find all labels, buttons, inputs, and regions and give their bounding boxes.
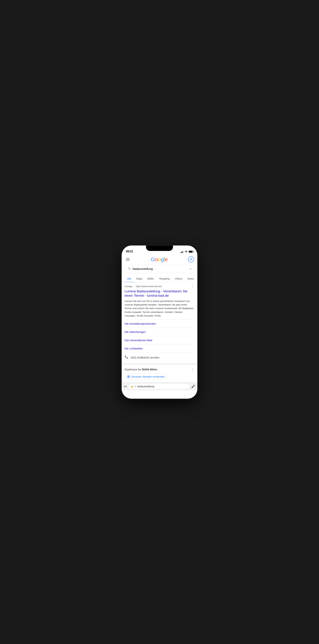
location-text: Ergebnisse bei 58456 Witten: [125, 368, 157, 371]
location-prefix: Ergebnisse bei: [125, 368, 141, 371]
result-snippet: Lassen Sie sich vor Ort in einem persönl…: [125, 300, 194, 318]
font-size-button[interactable]: AA: [124, 385, 127, 388]
location-dot-icon: [127, 376, 130, 378]
google-logo: Google: [151, 256, 168, 262]
dot-separator: ·: [134, 285, 134, 288]
result-title[interactable]: Lumina Badausstellung - Vereinbaren Sie …: [125, 289, 194, 298]
tab-alle[interactable]: Alle: [125, 276, 134, 282]
account-button[interactable]: [188, 256, 194, 262]
address-bar: AA 🔒 badausstellung 🎤: [122, 382, 197, 390]
phone-icon: [125, 355, 128, 360]
wifi-icon: [185, 250, 188, 253]
lock-icon: 🔒: [131, 385, 133, 388]
menu-button[interactable]: [125, 257, 131, 262]
sub-link-generationen[interactable]: Das Generationen-Bad: [125, 336, 194, 344]
phone-frame: 09:21: [122, 246, 197, 399]
search-clear-button[interactable]: ×: [189, 267, 191, 271]
content-area[interactable]: Google badausstellung: [122, 254, 197, 399]
ad-badge: Anzeige: [125, 285, 132, 288]
phone-number: 0231 61864162 anrufen: [131, 356, 159, 359]
url-bar[interactable]: 🔒 badausstellung: [129, 384, 189, 389]
search-icon-small: [134, 385, 136, 388]
microphone-button[interactable]: 🎤: [191, 384, 195, 388]
url-text: badausstellung: [137, 385, 187, 388]
status-icons: [180, 250, 193, 253]
phone-screen: 09:21: [122, 246, 197, 399]
tab-bilder[interactable]: Bilder: [145, 276, 157, 282]
location-header: Ergebnisse bei 58456 Witten ⋮: [125, 368, 194, 372]
ad-url: https://www.lumina-bad.de/: [136, 285, 162, 288]
search-icon: [128, 267, 131, 271]
filter-tabs: Alle Maps Bilder Shopping Videos News: [122, 275, 197, 282]
status-time: 09:21: [126, 250, 133, 253]
sub-link-stil[interactable]: Die Stilrichtungen: [125, 328, 194, 336]
tab-maps[interactable]: Maps: [134, 276, 145, 282]
sub-link-ausstattung[interactable]: Die Ausstattungsvarianten: [125, 320, 194, 328]
ad-label-row: Anzeige · https://www.lumina-bad.de/ ⋮: [125, 285, 194, 288]
tab-shopping[interactable]: Shopping: [156, 276, 172, 282]
location-btn-label: Genauen Standort verwenden: [131, 375, 165, 378]
google-header: Google: [122, 254, 197, 264]
location-section: Ergebnisse bei 58456 Witten ⋮ Genauen St…: [122, 364, 197, 382]
search-bar[interactable]: badausstellung ×: [125, 265, 194, 273]
svg-point-0: [190, 258, 192, 260]
phone-link[interactable]: 0231 61864162 anrufen: [125, 352, 194, 362]
sub-link-licht[interactable]: Die Lichtwelten: [125, 344, 194, 352]
location-menu-button[interactable]: ⋮: [191, 368, 194, 372]
tab-news[interactable]: News: [185, 276, 196, 282]
search-query: badausstellung: [133, 267, 188, 271]
signal-icon: [180, 250, 184, 253]
battery-icon: [189, 250, 193, 253]
location-use-button[interactable]: Genauen Standort verwenden: [125, 374, 168, 380]
notch: [146, 246, 173, 251]
tab-videos[interactable]: Videos: [172, 276, 185, 282]
location-city: 58456 Witten: [142, 368, 157, 371]
sub-links: Die Ausstattungsvarianten Die Stilrichtu…: [125, 320, 194, 352]
ad-result: Anzeige · https://www.lumina-bad.de/ ⋮ L…: [122, 282, 197, 364]
ad-menu-button[interactable]: ⋮: [191, 285, 194, 288]
